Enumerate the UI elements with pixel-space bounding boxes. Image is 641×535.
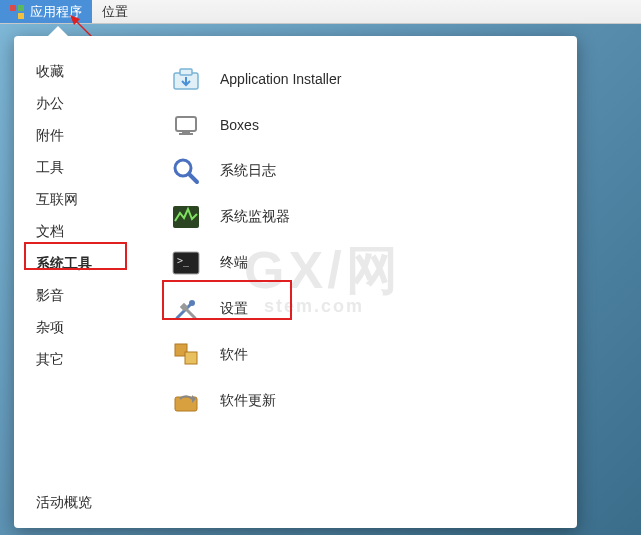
sidebar-item-system-tools[interactable]: 系统工具 [36,248,160,280]
app-label: 设置 [220,300,248,318]
logs-icon [170,155,202,187]
boxes-icon [170,109,202,141]
svg-point-17 [189,300,195,306]
software-update-icon [170,385,202,417]
sidebar-item-label: 其它 [36,351,64,369]
svg-rect-8 [176,117,196,131]
top-menu-bar: 应用程序 位置 [0,0,641,24]
sidebar-item-documents[interactable]: 文档 [36,216,160,248]
app-label: 软件 [220,346,248,364]
app-label: Application Installer [220,71,341,87]
sidebar-item-label: 附件 [36,127,64,145]
menu-applications-label: 应用程序 [30,3,82,21]
svg-rect-9 [182,131,190,133]
sidebar-item-label: 文档 [36,223,64,241]
sidebar-item-internet[interactable]: 互联网 [36,184,160,216]
sidebar-item-label: 互联网 [36,191,78,209]
app-system-monitor[interactable]: 系统监视器 [170,194,577,240]
app-installer-icon [170,63,202,95]
sidebar-item-sound-video[interactable]: 影音 [36,280,160,312]
app-list: Application Installer Boxes 系统日志 系统监视器 [160,56,577,478]
app-software[interactable]: 软件 [170,332,577,378]
app-label: Boxes [220,117,259,133]
sidebar-item-other[interactable]: 其它 [36,344,160,376]
app-boxes[interactable]: Boxes [170,102,577,148]
menu-columns: 收藏 办公 附件 工具 互联网 文档 系统工具 影音 杂项 其它 Applica… [14,36,577,478]
sidebar-item-misc[interactable]: 杂项 [36,312,160,344]
activity-overview[interactable]: 活动概览 [14,478,577,528]
svg-rect-10 [179,133,193,135]
sidebar-item-label: 收藏 [36,63,64,81]
menu-applications[interactable]: 应用程序 [0,0,92,23]
sidebar-item-office[interactable]: 办公 [36,88,160,120]
system-logo-icon [10,5,24,19]
sidebar-item-label: 影音 [36,287,64,305]
sidebar-item-favorites[interactable]: 收藏 [36,56,160,88]
app-software-update[interactable]: 软件更新 [170,378,577,424]
sidebar-item-label: 工具 [36,159,64,177]
terminal-icon: >_ [170,247,202,279]
activity-overview-label: 活动概览 [36,494,92,512]
svg-rect-3 [18,13,24,19]
svg-line-12 [189,174,197,182]
sidebar-item-label: 系统工具 [36,255,92,273]
sidebar-item-label: 办公 [36,95,64,113]
app-terminal[interactable]: >_ 终端 [170,240,577,286]
app-label: 终端 [220,254,248,272]
app-label: 系统日志 [220,162,276,180]
sidebar-item-label: 杂项 [36,319,64,337]
app-settings[interactable]: 设置 [170,286,577,332]
svg-rect-1 [18,5,24,11]
monitor-icon [170,201,202,233]
app-label: 软件更新 [220,392,276,410]
svg-text:>_: >_ [177,255,190,267]
svg-rect-0 [10,5,16,11]
applications-menu-popup: GX/网 stem.com 收藏 办公 附件 工具 互联网 文档 系统工具 影音… [14,36,577,528]
category-list: 收藏 办公 附件 工具 互联网 文档 系统工具 影音 杂项 其它 [14,56,160,478]
svg-rect-2 [10,13,16,19]
settings-icon [170,293,202,325]
menu-places-label: 位置 [102,3,128,21]
menu-places[interactable]: 位置 [92,0,138,23]
app-system-logs[interactable]: 系统日志 [170,148,577,194]
sidebar-item-accessories[interactable]: 附件 [36,120,160,152]
svg-rect-7 [180,69,192,75]
software-icon [170,339,202,371]
sidebar-item-tools[interactable]: 工具 [36,152,160,184]
app-label: 系统监视器 [220,208,290,226]
svg-rect-21 [185,352,197,364]
app-application-installer[interactable]: Application Installer [170,56,577,102]
